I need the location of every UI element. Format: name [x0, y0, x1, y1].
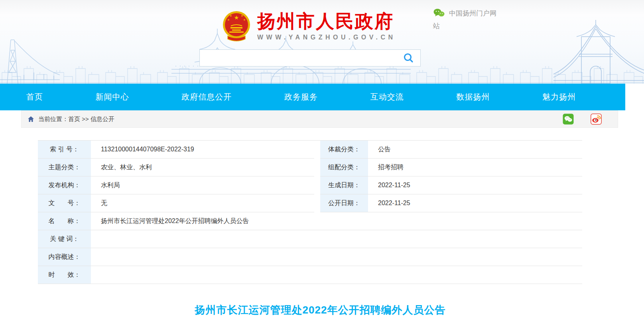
- field-label: 时 效：: [38, 266, 91, 284]
- site-logo[interactable]: ★ ★ ★ ★ ★ 扬州市人民政府 WWW.YANGZHOU.GOV.CN: [222, 9, 396, 44]
- breadcrumb-text[interactable]: 当前位置：首页 >> 信息公开: [38, 116, 114, 123]
- site-title: 扬州市人民政府: [257, 12, 396, 32]
- field-label: 名 称：: [38, 212, 91, 230]
- field-label: 索 引 号：: [38, 141, 91, 158]
- table-row: 主题分类： 农业、林业、水利 组配分类： 招考招聘: [38, 159, 582, 176]
- field-label: 生成日期：: [320, 176, 368, 194]
- wechat-share-icon: [563, 114, 574, 125]
- svg-text:★: ★: [241, 14, 243, 17]
- nav-item-info-public[interactable]: 政府信息公开: [181, 92, 232, 102]
- table-row: 关 键 词：: [38, 230, 582, 248]
- search-bar[interactable]: [199, 49, 421, 67]
- nav-item-charm[interactable]: 魅力扬州: [542, 92, 576, 102]
- field-label: 公开日期：: [320, 194, 368, 212]
- field-value: 2022-11-25: [368, 176, 582, 194]
- table-row: 时 效：: [38, 266, 582, 284]
- field-value: 扬州市长江运河管理处2022年公开招聘编外人员公告: [91, 212, 582, 230]
- tower-bridge-artwork: [553, 14, 644, 84]
- field-label: 组配分类：: [320, 159, 368, 176]
- svg-text:★: ★: [243, 18, 246, 21]
- site-header: ★ ★ ★ ★ ★ 扬州市人民政府 WWW.YANGZHOU.GOV.CN: [0, 0, 644, 84]
- table-row: 内容概述：: [38, 248, 582, 266]
- national-emblem-icon: ★ ★ ★ ★ ★: [222, 9, 251, 44]
- nav-item-data[interactable]: 数据扬州: [456, 92, 490, 102]
- home-icon: [28, 116, 34, 122]
- site-url: WWW.YANGZHOU.GOV.CN: [257, 34, 396, 41]
- field-value: 水利局: [91, 176, 314, 194]
- breadcrumb-bar: 当前位置：首页 >> 信息公开: [21, 110, 618, 128]
- table-row: 发布机构： 水利局 生成日期： 2022-11-25: [38, 176, 582, 194]
- search-input[interactable]: [200, 50, 403, 66]
- field-value: 无: [91, 194, 314, 212]
- field-value: 2022-11-25: [368, 194, 582, 212]
- field-label: 发布机构：: [38, 176, 91, 194]
- field-label: 体裁分类：: [320, 141, 368, 158]
- search-button[interactable]: [403, 53, 420, 63]
- table-row: 名 称： 扬州市长江运河管理处2022年公开招聘编外人员公告: [38, 212, 582, 230]
- table-row: 索 引 号： 11321000014407098E-2022-319 体裁分类：…: [38, 141, 582, 159]
- field-value: [91, 266, 582, 284]
- weibo-share-icon: [591, 114, 602, 125]
- nav-item-interaction[interactable]: 互动交流: [370, 92, 404, 102]
- field-value: [91, 248, 582, 266]
- field-value: 招考招聘: [368, 159, 582, 176]
- svg-text:★: ★: [234, 14, 239, 21]
- wechat-icon: [433, 8, 445, 21]
- suspension-bridge-artwork: [0, 37, 60, 84]
- nav-item-home[interactable]: 首页: [26, 92, 43, 102]
- field-label: 关 键 词：: [38, 230, 91, 248]
- field-label: 文 号：: [38, 194, 91, 212]
- field-value: [91, 230, 582, 248]
- field-label: 主题分类：: [38, 159, 91, 176]
- svg-text:★: ★: [227, 18, 230, 21]
- field-value: 11321000014407098E-2022-319: [91, 141, 314, 158]
- svg-text:★: ★: [230, 14, 232, 17]
- field-value: 农业、林业、水利: [91, 159, 314, 176]
- field-label: 内容概述：: [38, 248, 91, 266]
- main-nav: 首页 新闻中心 政府信息公开 政务服务 互动交流 数据扬州 魅力扬州: [0, 84, 625, 110]
- article-title: 扬州市长江运河管理处2022年公开招聘编外人员公告: [11, 303, 629, 317]
- nav-item-services[interactable]: 政务服务: [284, 92, 318, 102]
- search-icon: [403, 53, 414, 63]
- nav-item-news[interactable]: 新闻中心: [96, 92, 129, 102]
- share-wechat-button[interactable]: [563, 114, 574, 125]
- share-weibo-button[interactable]: [591, 114, 602, 125]
- doc-info-table: 索 引 号： 11321000014407098E-2022-319 体裁分类：…: [38, 140, 582, 284]
- field-value: 公告: [368, 141, 582, 158]
- table-row: 文 号： 无 公开日期： 2022-11-25: [38, 194, 582, 212]
- portal-label: 中国扬州门户网站: [433, 8, 500, 31]
